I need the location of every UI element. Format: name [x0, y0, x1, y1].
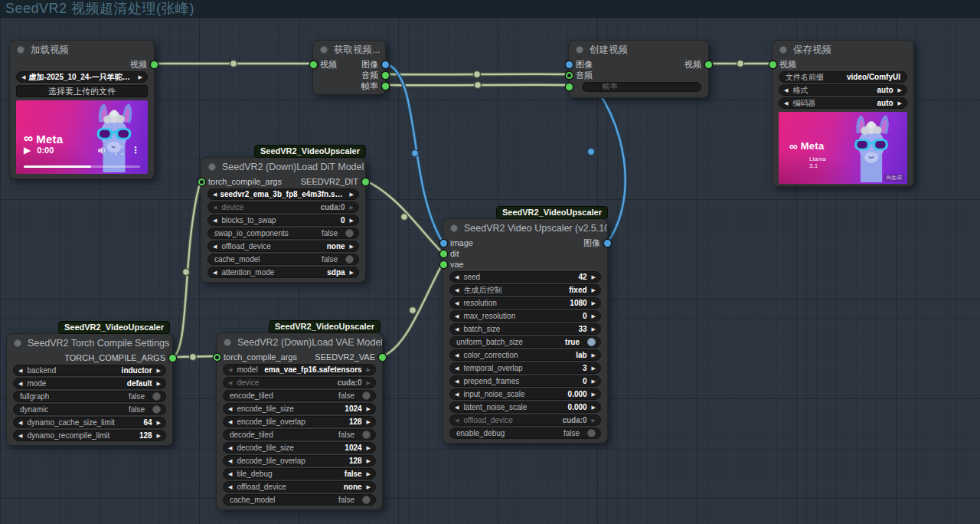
widget-input_noise_scale[interactable]: ◀input_noise_scale0.000▶	[449, 388, 601, 400]
node-torch-compile-settings[interactable]: SeedVR2 Torch Compile Settings TORCH_COM…	[6, 333, 173, 446]
input-port-video[interactable]	[769, 61, 776, 68]
collapse-dot[interactable]	[576, 46, 583, 54]
widget-encode_tile_overlap[interactable]: ◀encode_tile_overlap128▶	[223, 416, 376, 427]
increment-arrow[interactable]: ▶	[367, 471, 371, 477]
decrement-arrow[interactable]: ◀	[21, 74, 25, 80]
decrement-arrow[interactable]: ◀	[455, 287, 459, 293]
collapse-dot[interactable]	[320, 46, 328, 54]
widget-decode_tile_overlap[interactable]: ◀decode_tile_overlap128▶	[223, 455, 376, 467]
collapse-dot[interactable]	[224, 339, 231, 346]
increment-arrow[interactable]: ▶	[592, 391, 596, 397]
toggle-knob[interactable]	[345, 229, 354, 237]
increment-arrow[interactable]: ▶	[157, 368, 161, 373]
widget-model[interactable]: ◀modelema_vae_fp16.safetensors▶	[223, 364, 376, 375]
output-port-torch-compile-args[interactable]	[169, 355, 176, 362]
increment-arrow[interactable]: ▶	[898, 87, 902, 93]
widget-batch_size[interactable]: ◀batch_size33▶	[449, 323, 601, 335]
widget-cache_model[interactable]: cache_modelfalse	[207, 254, 359, 265]
decrement-arrow[interactable]: ◀	[228, 471, 232, 477]
decrement-arrow[interactable]: ◀	[228, 367, 232, 372]
file-combo[interactable]: ◀ 虚加-2025_10_24-一只羊驼左右 ... ▶	[16, 71, 148, 83]
video-progress-bar[interactable]	[24, 165, 140, 168]
widget-swap_io_components[interactable]: swap_io_componentsfalse	[207, 228, 359, 239]
input-port-fps[interactable]	[566, 84, 573, 90]
output-port-seedvr2-vae[interactable]	[379, 354, 386, 361]
decrement-arrow[interactable]: ◀	[228, 419, 232, 424]
increment-arrow[interactable]: ▶	[898, 100, 902, 106]
widget-dynamic[interactable]: dynamicfalse	[13, 404, 166, 415]
volume-icon[interactable]	[98, 146, 107, 155]
widget-blocks_to_swap[interactable]: ◀blocks_to_swap0▶	[207, 215, 359, 226]
decrement-arrow[interactable]: ◀	[455, 352, 459, 358]
image-preview[interactable]: ∞ Meta Llama 3.1 AI生成	[779, 112, 907, 184]
widget-max_resolution[interactable]: ◀max_resolution0▶	[449, 310, 601, 322]
node-load-dit-model[interactable]: SeedVR2 (Down)Load DiT Model torch_compi…	[201, 157, 366, 283]
widget-backend[interactable]: ◀backendinductor▶	[13, 365, 166, 376]
toggle-knob[interactable]	[587, 338, 596, 346]
widget-decode_tiled[interactable]: decode_tiledfalse	[223, 429, 376, 440]
widget-attention_mode[interactable]: ◀attention_modesdpa▶	[207, 267, 359, 278]
widget-device[interactable]: ◀devicecuda:0▶	[207, 201, 359, 213]
decrement-arrow[interactable]: ◀	[455, 404, 459, 410]
toggle-knob[interactable]	[362, 391, 371, 400]
widget-device[interactable]: ◀devicecuda:0▶	[223, 377, 376, 388]
video-preview[interactable]: ∞ Meta ▶ 0:00 ⋮	[16, 100, 148, 174]
increment-arrow[interactable]: ▶	[367, 406, 371, 411]
node-video-upscaler[interactable]: SeedVR2 Video Upscaler (v2.5.10) image 图…	[443, 218, 608, 444]
menu-kebab-icon[interactable]: ⋮	[131, 146, 140, 154]
toggle-knob[interactable]	[362, 431, 371, 439]
increment-arrow[interactable]: ▶	[592, 418, 596, 423]
collapse-dot[interactable]	[779, 46, 787, 54]
increment-arrow[interactable]: ▶	[592, 313, 596, 319]
decrement-arrow[interactable]: ◀	[213, 192, 217, 197]
node-load-video[interactable]: 加载视频 视频 ◀ 虚加-2025_10_24-一只羊驼左右 ... ▶ 选择要…	[9, 40, 155, 179]
widget-encode_tile_size[interactable]: ◀encode_tile_size1024▶	[223, 403, 376, 414]
node-load-vae-model[interactable]: SeedVR2 (Down)Load VAE Model torch_compi…	[216, 332, 383, 510]
decrement-arrow[interactable]: ◀	[784, 100, 788, 106]
widget-encode_tiled[interactable]: encode_tiledfalse	[223, 390, 376, 401]
widget-seed[interactable]: ◀seed42▶	[449, 271, 601, 283]
input-port-image[interactable]	[440, 240, 447, 247]
decrement-arrow[interactable]: ◀	[228, 484, 232, 490]
decrement-arrow[interactable]: ◀	[455, 313, 459, 319]
decrement-arrow[interactable]: ◀	[228, 380, 232, 385]
increment-arrow[interactable]: ▶	[139, 74, 142, 80]
collapse-dot[interactable]	[14, 339, 21, 347]
increment-arrow[interactable]: ▶	[367, 484, 371, 490]
increment-arrow[interactable]: ▶	[157, 381, 161, 386]
decrement-arrow[interactable]: ◀	[213, 270, 217, 275]
toggle-knob[interactable]	[152, 405, 161, 414]
node-create-video[interactable]: 创建视频 图像 视频 音频 帧率	[568, 40, 709, 98]
increment-arrow[interactable]: ▶	[157, 433, 161, 438]
widget-文件名前缀[interactable]: 文件名前缀video/ComfyUI	[779, 71, 907, 83]
increment-arrow[interactable]: ▶	[592, 352, 596, 358]
widget-dynamo_cache_size_limit[interactable]: ◀dynamo_cache_size_limit64▶	[13, 417, 166, 428]
play-icon[interactable]: ▶	[24, 145, 31, 156]
increment-arrow[interactable]: ▶	[592, 300, 596, 306]
output-port-fps[interactable]	[382, 83, 389, 90]
widget-decode_tile_size[interactable]: ◀decode_tile_size1024▶	[223, 442, 376, 454]
collapse-dot[interactable]	[17, 46, 24, 54]
collapse-dot[interactable]	[208, 163, 216, 171]
toggle-knob[interactable]	[152, 392, 161, 401]
increment-arrow[interactable]: ▶	[350, 205, 354, 210]
input-port-video[interactable]	[310, 61, 317, 68]
widget-offload_device[interactable]: ◀offload_devicecuda:0▶	[449, 414, 601, 426]
widget-resolution[interactable]: ◀resolution1080▶	[449, 297, 601, 309]
toggle-knob[interactable]	[587, 429, 596, 437]
input-port-image[interactable]	[566, 61, 573, 68]
widget-生成后控制[interactable]: ◀生成后控制fixed▶	[449, 284, 601, 296]
increment-arrow[interactable]: ▶	[592, 326, 596, 332]
input-port-vae[interactable]	[440, 261, 447, 268]
widget-cache_model[interactable]: cache_modelfalse	[223, 494, 376, 506]
increment-arrow[interactable]: ▶	[350, 270, 354, 275]
decrement-arrow[interactable]: ◀	[455, 300, 459, 306]
widget-value[interactable]: ◀seedvr2_ema_3b_fp8_e4m3fn.safetens ...▶	[207, 188, 359, 200]
widget-temporal_overlap[interactable]: ◀temporal_overlap3▶	[449, 362, 601, 374]
node-save-video[interactable]: 保存视频 视频 文件名前缀video/ComfyUI◀格式auto▶◀编码器au…	[772, 40, 914, 187]
node-graph-canvas[interactable]: SeedVR2_VideoUpscaler SeedVR2_VideoUpsca…	[0, 0, 980, 524]
decrement-arrow[interactable]: ◀	[18, 433, 22, 438]
increment-arrow[interactable]: ▶	[367, 367, 371, 372]
increment-arrow[interactable]: ▶	[592, 365, 596, 371]
decrement-arrow[interactable]: ◀	[18, 381, 22, 386]
